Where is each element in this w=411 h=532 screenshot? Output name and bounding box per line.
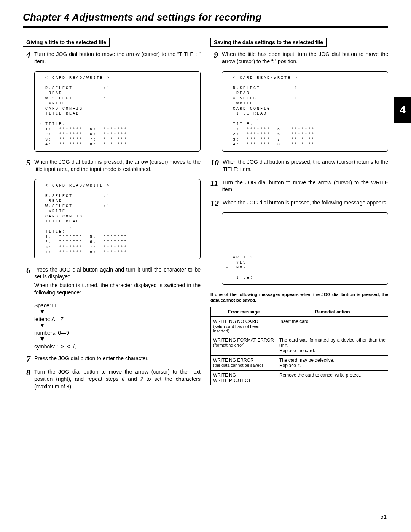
- error-sub: (formatting error): [213, 343, 274, 347]
- step-text: When the JOG dial button is pressed, the…: [34, 158, 201, 173]
- step-number: 8: [23, 368, 30, 392]
- error-message: WRITE NG FORMAT ERROR: [213, 337, 274, 343]
- left-column: Giving a title to the selected file 4 Tu…: [23, 38, 201, 396]
- save-warning: If one of the following messages appears…: [210, 292, 388, 303]
- step-text: Press the JOG dial button to enter the c…: [34, 355, 201, 362]
- seq-letters: letters: A—Z: [34, 316, 201, 322]
- step-text: When the JOG dial button is pressed, the…: [223, 199, 388, 206]
- arrow-down-icon: [34, 323, 201, 329]
- right-column: Saving the data settings to the selected…: [210, 38, 388, 396]
- table-row: WRITE NG WRITE PROTECT Remove the card t…: [211, 370, 388, 385]
- seq-space: Space: □: [34, 302, 201, 308]
- seq-numbers: numbers: 0—9: [34, 330, 201, 336]
- step-number: 10: [210, 158, 219, 174]
- arrow-down-icon: [34, 337, 201, 343]
- error-sub: (the data cannot be saved): [213, 363, 274, 367]
- step-fragment: and: [124, 376, 140, 382]
- page-number: 51: [380, 513, 387, 520]
- table-header: Remedial action: [277, 307, 388, 316]
- chapter-header: Chapter 4 Adjustments and settings for r…: [23, 11, 388, 23]
- lcd-screen-step5: < CARD READ/WRITE > R.SELECT :1 READ W.S…: [34, 179, 201, 259]
- step-number: 4: [23, 51, 30, 67]
- table-row: WRITE NG FORMAT ERROR(formatting error) …: [211, 335, 388, 355]
- error-sub: (setup card has not been inserted): [213, 324, 274, 333]
- step-5: 5 When the JOG dial button is pressed, t…: [23, 158, 201, 174]
- section-head-left: Giving a title to the selected file: [23, 38, 110, 47]
- step-8: 8 Turn the JOG dial button to move the a…: [23, 368, 201, 392]
- step-text: Press the JOG dial button again and turn…: [34, 266, 201, 281]
- step-12: 12 When the JOG dial button is pressed, …: [210, 199, 388, 208]
- seq-symbols: symbols: ’, >, <, /, –: [34, 343, 201, 350]
- step-text: When the button is turned, the character…: [34, 282, 201, 296]
- step-number: 7: [23, 355, 30, 364]
- step-number: 12: [210, 199, 219, 208]
- step-text: When the JOG dial button is pressed, the…: [223, 158, 388, 173]
- chapter-title: Chapter 4 Adjustments and settings for r…: [23, 11, 261, 23]
- error-message: WRITE NG ERROR: [213, 358, 254, 363]
- error-message-table: Error message Remedial action WRITE NG N…: [210, 307, 388, 385]
- step-6: 6 Press the JOG dial button again and tu…: [23, 266, 201, 298]
- section-head-right: Saving the data settings to the selected…: [210, 38, 327, 47]
- lcd-screen-step12: WRITE? YES → ·NO· TITLE:: [222, 212, 388, 285]
- table-row: WRITE NG NO CARD(setup card has not been…: [211, 316, 388, 335]
- error-message: WRITE NG WRITE PROTECT: [213, 372, 251, 383]
- step-text: Turn the JOG dial button to move the arr…: [34, 368, 201, 390]
- step-text: Turn the JOG dial button to move the arr…: [222, 179, 388, 193]
- arrow-down-icon: [34, 309, 201, 315]
- table-header: Error message: [211, 307, 277, 316]
- char-sequence: Space: □ letters: A—Z numbers: 0—9 symbo…: [34, 302, 201, 350]
- content-columns: Giving a title to the selected file 4 Tu…: [23, 38, 388, 396]
- step-9: 9 When the title has been input, turn th…: [210, 51, 388, 67]
- step-4: 4 Turn the JOG dial button to move the a…: [23, 51, 201, 67]
- step-10: 10 When the JOG dial button is pressed, …: [210, 158, 388, 174]
- lcd-screen-step4: < CARD READ/WRITE > R.SELECT :1 READ W.S…: [34, 71, 201, 152]
- table-row: WRITE NG ERROR(the data cannot be saved)…: [211, 355, 388, 370]
- header-rule: [23, 26, 388, 28]
- step-number: 11: [210, 179, 218, 195]
- step-7: 7 Press the JOG dial button to enter the…: [23, 355, 201, 364]
- step-ref: 7: [140, 376, 143, 382]
- step-number: 9: [210, 51, 218, 67]
- chapter-tab: 4: [394, 97, 411, 123]
- step-number: 6: [23, 266, 30, 298]
- step-text: Turn the JOG dial button to move the arr…: [34, 51, 201, 65]
- remedial-action: The card was formatted by a device other…: [277, 335, 388, 355]
- remedial-action: Remove the card to cancel write protect.: [277, 370, 388, 385]
- lcd-screen-step9: < CARD READ/WRITE > R.SELECT 1 READ W.SE…: [222, 71, 388, 152]
- remedial-action: The card may be defective. Replace it.: [277, 355, 388, 370]
- error-message: WRITE NG NO CARD: [213, 319, 258, 324]
- remedial-action: Insert the card.: [277, 316, 388, 335]
- step-text: When the title has been input, turn the …: [222, 51, 388, 65]
- step-number: 5: [23, 158, 30, 174]
- step-11: 11 Turn the JOG dial button to move the …: [210, 179, 388, 195]
